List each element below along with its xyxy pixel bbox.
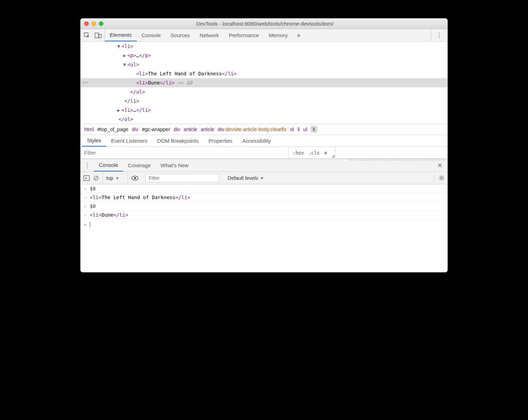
inspect-icon[interactable] xyxy=(83,32,90,39)
box-model-margin xyxy=(350,159,444,161)
styles-tab-event-listeners[interactable]: Event Listeners xyxy=(106,135,152,147)
computed-pane xyxy=(335,147,447,158)
live-expression-icon[interactable] xyxy=(128,172,142,184)
console-controls: top ▼ Default levels ▼ xyxy=(81,172,447,184)
svg-rect-2 xyxy=(99,34,101,38)
chevron-down-icon: ▼ xyxy=(260,176,264,180)
drawer-close-icon[interactable]: ✕ xyxy=(432,162,447,169)
styles-tab-styles[interactable]: Styles xyxy=(82,135,106,147)
resize-corner-icon[interactable]: ◢ xyxy=(332,154,335,158)
svg-rect-1 xyxy=(95,33,99,38)
console-line: <li>Dune</li> xyxy=(81,211,447,219)
svg-line-13 xyxy=(440,176,440,177)
chevron-down-icon: ▼ xyxy=(115,176,119,180)
breadcrumb-item[interactable]: div.devsite-article-body.clearfix xyxy=(218,127,286,132)
tab-memory[interactable]: Memory xyxy=(264,29,293,41)
breadcrumb-item[interactable]: div xyxy=(132,127,138,132)
dom-tree[interactable]: ▼<li> ▶<p>…</p> ▼<ul> <li>The Left Hand … xyxy=(81,42,447,124)
window-titlebar: DevTools - localhost:8080/web/tools/chro… xyxy=(81,19,447,29)
styles-filter-input[interactable] xyxy=(81,150,288,156)
drawer-kebab-icon[interactable]: ⋮ xyxy=(81,162,94,169)
styles-tabs: StylesEvent ListenersDOM BreakpointsProp… xyxy=(81,135,447,147)
more-tabs-icon[interactable]: » xyxy=(293,32,305,39)
tab-sources[interactable]: Sources xyxy=(166,29,195,41)
devtools-window: DevTools - localhost:8080/web/tools/chro… xyxy=(80,18,448,272)
breadcrumb-item[interactable]: article xyxy=(184,127,197,132)
styles-filter-bar: :hov .cls + ◢ xyxy=(81,147,447,159)
dom-node[interactable]: ▼<ul> xyxy=(81,60,447,69)
dom-node[interactable]: <li>The Left Hand of Darkness</li> xyxy=(81,69,447,78)
styles-tab-accessibility[interactable]: Accessibility xyxy=(237,135,276,147)
breadcrumb-item[interactable]: li xyxy=(311,126,317,133)
dom-node[interactable]: </li> xyxy=(81,96,447,106)
cls-button[interactable]: .cls xyxy=(307,150,321,156)
tab-network[interactable]: Network xyxy=(195,29,224,41)
dom-breadcrumb[interactable]: html#top_of_pagediv#gc-wrapperdivarticle… xyxy=(81,124,447,135)
dom-node[interactable]: <li>Dune</li> == $0 xyxy=(81,78,447,87)
styles-tab-properties[interactable]: Properties xyxy=(204,135,237,147)
svg-point-8 xyxy=(441,177,443,179)
tab-performance[interactable]: Performance xyxy=(224,29,264,41)
dom-node[interactable]: ▶<li>…</li> xyxy=(81,106,447,115)
breadcrumb-item[interactable]: ul xyxy=(303,127,307,132)
breadcrumb-item[interactable]: article xyxy=(201,127,214,132)
clear-console-icon[interactable] xyxy=(93,175,99,181)
svg-point-7 xyxy=(134,177,136,179)
svg-line-15 xyxy=(440,179,440,180)
styles-tab-dom-breakpoints[interactable]: DOM Breakpoints xyxy=(152,135,203,147)
breadcrumb-item[interactable]: #top_of_page xyxy=(97,127,128,132)
device-toggle-icon[interactable] xyxy=(95,32,102,39)
log-levels-selector[interactable]: Default levels ▼ xyxy=(228,175,269,181)
dom-node[interactable]: ▼<li> xyxy=(81,42,447,51)
tab-console[interactable]: Console xyxy=(137,29,166,41)
svg-line-5 xyxy=(95,177,97,179)
drawer-tab-what-s-new[interactable]: What's New xyxy=(156,159,194,171)
console-sidebar-toggle-icon[interactable] xyxy=(83,175,90,181)
console-settings-icon[interactable] xyxy=(434,172,445,184)
drawer-tabs: ⋮ ConsoleCoverageWhat's New ✕ xyxy=(81,159,447,172)
settings-kebab-icon[interactable]: ⋮ xyxy=(431,29,447,41)
console-filter-input[interactable] xyxy=(145,174,219,182)
dom-node[interactable]: ▶<p>…</p> xyxy=(81,51,447,60)
breadcrumb-item[interactable]: ol xyxy=(290,127,294,132)
breadcrumb-item[interactable]: li xyxy=(298,127,300,132)
drawer: ⋮ ConsoleCoverageWhat's New ✕ top ▼ xyxy=(81,159,447,272)
drawer-tab-coverage[interactable]: Coverage xyxy=(123,159,156,171)
console-line: $0 xyxy=(81,184,447,193)
window-title: DevTools - localhost:8080/web/tools/chro… xyxy=(86,21,444,27)
main-toolbar: ElementsConsoleSourcesNetworkPerformance… xyxy=(81,29,447,42)
context-selector[interactable]: top ▼ xyxy=(106,175,124,181)
console-output[interactable]: $0 <li>The Left Hand of Darkness</li>$0 … xyxy=(81,184,447,272)
breadcrumb-item[interactable]: div xyxy=(174,127,180,132)
dom-node[interactable]: </ol> xyxy=(81,115,447,124)
breadcrumb-item[interactable]: html xyxy=(84,127,94,132)
svg-line-16 xyxy=(443,176,444,177)
console-line: <li>The Left Hand of Darkness</li> xyxy=(81,193,447,202)
breadcrumb-item[interactable]: #gc-wrapper xyxy=(142,127,170,132)
tab-elements[interactable]: Elements xyxy=(105,29,137,41)
pseudo-hov-button[interactable]: :hov xyxy=(291,150,306,156)
drawer-tab-console[interactable]: Console xyxy=(94,159,123,171)
console-line: $0 xyxy=(81,202,447,211)
dom-node[interactable]: </ul> xyxy=(81,87,447,96)
svg-line-14 xyxy=(443,179,444,180)
console-prompt[interactable]: › xyxy=(81,219,447,229)
new-style-rule-icon[interactable]: + xyxy=(323,149,329,156)
